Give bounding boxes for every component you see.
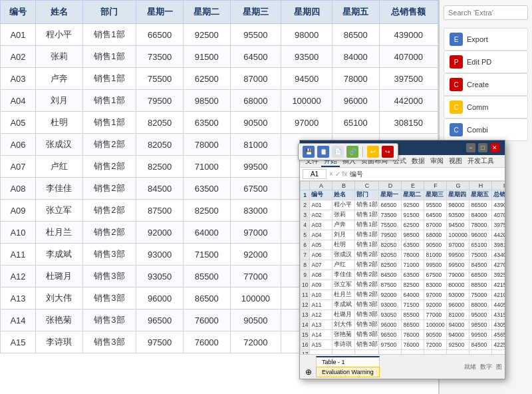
excel-cell[interactable]: 销售1部 bbox=[355, 220, 379, 230]
excel-cell[interactable]: 87500 bbox=[379, 280, 402, 290]
excel-cell[interactable]: 77000 bbox=[424, 310, 447, 320]
excel-cell[interactable]: 99500 bbox=[424, 260, 447, 270]
excel-cell[interactable]: 销售2部 bbox=[355, 250, 379, 260]
sheet-tab-1[interactable]: Evaluation Warning bbox=[316, 367, 380, 377]
excel-cell[interactable]: 张莉 bbox=[332, 210, 355, 220]
excel-cell[interactable]: 442000 bbox=[492, 230, 505, 240]
excel-cell[interactable]: 90500 bbox=[424, 240, 447, 250]
link-tool-icon[interactable]: 🔗 bbox=[346, 146, 358, 158]
excel-cell[interactable]: 李诗琪 bbox=[332, 340, 355, 350]
excel-cell[interactable]: 姓名 bbox=[332, 190, 355, 200]
sidebar-btn-edit pd[interactable]: PEdit PD bbox=[444, 51, 528, 73]
excel-cell[interactable]: 星期五 bbox=[469, 190, 492, 200]
excel-cell[interactable]: A06 bbox=[310, 250, 332, 260]
excel-cell[interactable]: A15 bbox=[310, 340, 332, 350]
excel-cell[interactable]: 71500 bbox=[402, 300, 424, 310]
excel-cell[interactable]: 82050 bbox=[379, 250, 402, 260]
excel-cell[interactable]: 销售2部 bbox=[355, 270, 379, 280]
excel-cell[interactable]: 销售3部 bbox=[355, 300, 379, 310]
excel-cell[interactable]: 96000 bbox=[469, 230, 492, 240]
excel-cell[interactable]: A11 bbox=[310, 300, 332, 310]
excel-cell[interactable]: 430500 bbox=[492, 320, 505, 330]
excel-cell[interactable]: 440500 bbox=[492, 300, 505, 310]
excel-cell[interactable]: 63500 bbox=[402, 270, 424, 280]
excel-cell[interactable]: 421500 bbox=[492, 280, 505, 290]
excel-cell[interactable]: 80000 bbox=[447, 280, 469, 290]
excel-cell[interactable]: 72000 bbox=[424, 340, 447, 350]
excel-cell[interactable]: 82050 bbox=[379, 240, 402, 250]
sidebar-btn-comm[interactable]: CComm bbox=[444, 96, 528, 118]
ribbon-tab-开发工具[interactable]: 开发工具 bbox=[465, 156, 497, 166]
ribbon-tab-审阅[interactable]: 审阅 bbox=[428, 156, 446, 166]
excel-cell[interactable]: 程小平 bbox=[332, 200, 355, 210]
excel-cell[interactable]: 76000 bbox=[402, 340, 424, 350]
excel-cell[interactable]: 张立军 bbox=[332, 280, 355, 290]
excel-cell[interactable]: 97500 bbox=[379, 340, 402, 350]
excel-cell[interactable]: 销售2部 bbox=[355, 280, 379, 290]
excel-cell[interactable]: 销售3部 bbox=[355, 310, 379, 320]
excel-cell[interactable]: 卢奔 bbox=[332, 220, 355, 230]
excel-cell[interactable]: 97000 bbox=[447, 240, 469, 250]
excel-cell[interactable]: 94000 bbox=[447, 320, 469, 330]
excel-cell[interactable]: 98500 bbox=[469, 320, 492, 330]
excel-cell[interactable]: A02 bbox=[310, 210, 332, 220]
excel-cell[interactable]: 439000 bbox=[492, 200, 505, 210]
excel-cell[interactable]: 刘大伟 bbox=[332, 320, 355, 330]
excel-cell[interactable]: 98500 bbox=[402, 230, 424, 240]
excel-cell[interactable]: 75000 bbox=[469, 290, 492, 300]
cell-reference[interactable]: A1 bbox=[303, 169, 327, 179]
sidebar-btn-export[interactable]: EExport bbox=[444, 28, 528, 51]
excel-cell[interactable]: 96000 bbox=[379, 320, 402, 330]
excel-cell[interactable]: 75500 bbox=[379, 220, 402, 230]
excel-cell[interactable]: 78000 bbox=[402, 250, 424, 260]
excel-cell[interactable]: 76000 bbox=[402, 330, 424, 340]
excel-cell[interactable]: 杜璐月 bbox=[332, 310, 355, 320]
sidebar-btn-combi[interactable]: CCombi bbox=[444, 118, 528, 141]
excel-cell[interactable]: A14 bbox=[310, 330, 332, 340]
ribbon-tab-数据[interactable]: 数据 bbox=[409, 156, 428, 166]
excel-cell[interactable]: 392500 bbox=[492, 270, 505, 280]
excel-cell[interactable]: A04 bbox=[310, 230, 332, 240]
excel-cell[interactable]: 部门 bbox=[355, 190, 379, 200]
excel-cell[interactable]: 68000 bbox=[424, 230, 447, 240]
excel-cell[interactable]: A01 bbox=[310, 200, 332, 210]
excel-cell[interactable]: A03 bbox=[310, 220, 332, 230]
excel-cell[interactable]: 星期二 bbox=[402, 190, 424, 200]
excel-cell[interactable]: 李佳佳 bbox=[332, 270, 355, 280]
excel-cell[interactable]: 销售3部 bbox=[355, 320, 379, 330]
excel-cell[interactable]: 81000 bbox=[447, 310, 469, 320]
excel-cell[interactable]: A12 bbox=[310, 310, 332, 320]
excel-cell[interactable]: 84000 bbox=[469, 210, 492, 220]
excel-cell[interactable]: 95000 bbox=[469, 310, 492, 320]
sheet-tab-0[interactable]: Table - 1 bbox=[316, 356, 380, 367]
excel-cell[interactable]: 62500 bbox=[402, 220, 424, 230]
excel-cell[interactable]: 96000 bbox=[447, 300, 469, 310]
excel-cell[interactable]: 李成斌 bbox=[332, 300, 355, 310]
excel-cell[interactable]: 94000 bbox=[447, 330, 469, 340]
excel-cell[interactable]: 398150 bbox=[492, 240, 505, 250]
sidebar-btn-create[interactable]: CCreate bbox=[444, 73, 528, 96]
excel-cell[interactable]: 422500 bbox=[492, 340, 505, 350]
close-button[interactable]: ✕ bbox=[490, 143, 499, 152]
excel-cell[interactable]: A07 bbox=[310, 260, 332, 270]
excel-cell[interactable]: 84500 bbox=[379, 270, 402, 280]
search-input[interactable] bbox=[444, 5, 528, 20]
minimize-button[interactable]: − bbox=[466, 143, 475, 152]
excel-cell[interactable]: 93000 bbox=[379, 300, 402, 310]
excel-cell[interactable]: 66500 bbox=[379, 200, 402, 210]
excel-cell[interactable]: 92000 bbox=[379, 290, 402, 300]
excel-cell[interactable]: 65100 bbox=[469, 240, 492, 250]
excel-cell[interactable]: 87000 bbox=[424, 220, 447, 230]
excel-cell[interactable]: 99500 bbox=[447, 260, 469, 270]
excel-cell[interactable]: 431550 bbox=[492, 310, 505, 320]
excel-cell[interactable]: 92500 bbox=[447, 340, 469, 350]
excel-cell[interactable]: 79000 bbox=[447, 270, 469, 280]
excel-cell[interactable]: 编号 bbox=[310, 190, 332, 200]
doc-tool-icon[interactable]: 📄 bbox=[332, 146, 344, 158]
excel-cell[interactable]: 64000 bbox=[402, 290, 424, 300]
excel-cell[interactable]: A05 bbox=[310, 240, 332, 250]
save-tool-icon[interactable]: 💾 bbox=[303, 146, 315, 158]
excel-cell[interactable]: 397500 bbox=[492, 220, 505, 230]
ribbon-tab-视图[interactable]: 视图 bbox=[446, 156, 465, 166]
excel-cell[interactable]: 杜明 bbox=[332, 240, 355, 250]
